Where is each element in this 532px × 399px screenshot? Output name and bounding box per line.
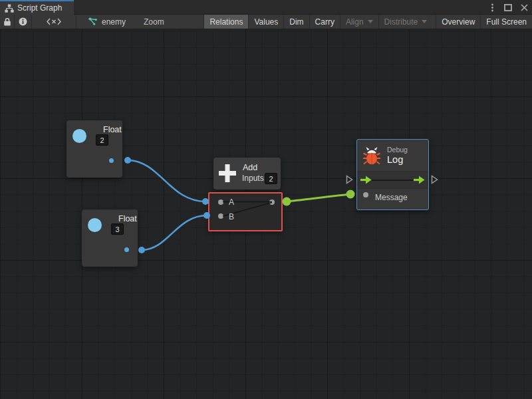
float-output-port[interactable] <box>124 247 129 252</box>
flow-input-arrow-icon[interactable] <box>360 176 372 184</box>
flow-relation-line <box>372 180 414 181</box>
port-label-a: A <box>229 198 234 207</box>
toolbar-button-values[interactable]: Values <box>248 15 283 29</box>
graph-name: enemy <box>102 17 126 27</box>
wire-float2-to-add-a[interactable] <box>128 160 205 201</box>
tab-script-graph[interactable]: Script Graph <box>0 0 74 15</box>
bug-icon <box>363 146 380 165</box>
info-button[interactable] <box>15 15 32 29</box>
chevron-down-icon <box>422 20 427 23</box>
code-view-button[interactable] <box>32 15 76 29</box>
graph-toolbar: enemy Zoom 1x Relations Values Dim Carry… <box>0 15 532 29</box>
message-input-port[interactable] <box>363 192 368 198</box>
maximize-button[interactable] <box>503 2 513 13</box>
tab-title: Script Graph <box>17 3 62 13</box>
toolbar-button-align[interactable]: Align <box>340 15 378 29</box>
button-label: Carry <box>315 17 334 27</box>
toolbar-toggle-group: Relations Values Dim Carry Align Distrib… <box>203 15 532 29</box>
lock-icon <box>3 17 11 26</box>
wire-endpoint-dot <box>346 190 355 199</box>
wire-endpoint-dot <box>138 247 145 253</box>
graph-canvas[interactable]: Float 2 Float 3 Add Inputs 2 <box>0 29 532 399</box>
node-float-3[interactable]: Float 3 <box>82 209 138 267</box>
add-inputs-count-field[interactable]: 2 <box>265 173 277 184</box>
message-port-label: Message <box>375 193 408 202</box>
float-value-icon <box>72 129 86 143</box>
button-label: Values <box>254 17 278 27</box>
node-debug-log-selected[interactable]: Debug Log Message <box>356 139 429 210</box>
external-flow-out-triangle-icon[interactable] <box>431 175 438 184</box>
toolbar-button-dim[interactable]: Dim <box>283 15 309 29</box>
zoom-label: Zoom <box>144 17 164 27</box>
toolbar-button-distribute[interactable]: Distribute <box>378 15 433 29</box>
toolbar-button-overview[interactable]: Overview <box>436 15 480 29</box>
button-label: Full Screen <box>486 17 527 27</box>
chevron-down-icon <box>368 20 373 23</box>
node-title: Float <box>103 125 122 134</box>
relation-lines <box>209 194 281 230</box>
window-controls <box>487 0 529 15</box>
node-float-2[interactable]: Float 2 <box>66 120 122 178</box>
float-value-field[interactable]: 2 <box>96 134 108 146</box>
toolbar-button-carry[interactable]: Carry <box>309 15 340 29</box>
wire-float3-to-add-b[interactable] <box>142 215 207 250</box>
wire-endpoint-dot <box>283 198 291 206</box>
add-plus-icon <box>218 163 237 184</box>
window-menu-button[interactable] <box>487 2 497 13</box>
float-output-port[interactable] <box>109 158 114 163</box>
button-label: Align <box>346 17 364 27</box>
float-value-field[interactable]: 3 <box>111 223 124 235</box>
embed-graph-icon <box>88 17 98 26</box>
close-icon <box>521 4 528 11</box>
graph-breadcrumb[interactable]: enemy <box>88 15 126 29</box>
button-label: Overview <box>442 17 475 27</box>
flow-output-arrow-icon[interactable] <box>414 176 425 184</box>
lock-button[interactable] <box>0 15 15 29</box>
button-label: Relations <box>209 17 243 27</box>
toolbar-button-fullscreen[interactable]: Full Screen <box>480 15 532 29</box>
wire-endpoint-dot <box>124 157 131 164</box>
button-label: Dim <box>289 17 303 27</box>
kebab-menu-icon <box>491 3 493 12</box>
title-bar: Script Graph <box>0 0 532 15</box>
graph-hierarchy-icon <box>5 4 14 13</box>
wire-add-to-message[interactable] <box>287 194 350 201</box>
node-title: Log <box>387 154 403 165</box>
maximize-icon <box>504 4 512 11</box>
float-value-icon <box>88 218 102 232</box>
node-add-header[interactable]: Add Inputs 2 <box>213 158 281 190</box>
node-title: Add <box>243 163 257 172</box>
node-add-ports-selected[interactable]: A B <box>208 192 283 231</box>
info-icon <box>19 17 27 26</box>
code-icon <box>47 18 61 25</box>
button-label: Distribute <box>384 17 418 27</box>
inputs-label: Inputs <box>242 174 264 183</box>
port-label-b: B <box>229 212 234 221</box>
toolbar-button-relations[interactable]: Relations <box>203 15 248 29</box>
node-category: Debug <box>387 146 408 154</box>
node-title: Float <box>118 214 137 223</box>
external-flow-in-triangle-icon[interactable] <box>346 175 353 184</box>
close-button[interactable] <box>519 2 529 13</box>
script-graph-window: Script Graph <box>0 0 532 399</box>
